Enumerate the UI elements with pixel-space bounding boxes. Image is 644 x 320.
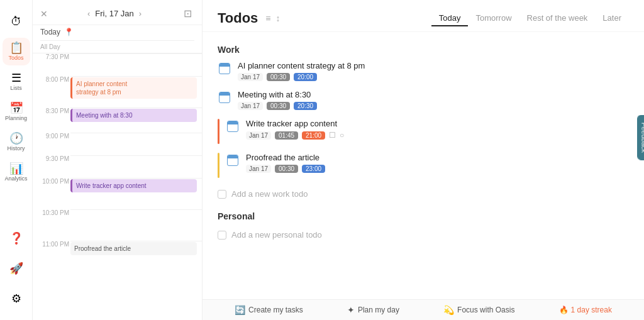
time-label: 10:30 PM [38,209,69,216]
main-footer: 🔄 Create my tasks ✦ Plan my day 💫 Focus … [203,299,644,320]
header-icons: ≡ ↕ [265,13,280,23]
todo-icon-wrap [226,153,240,167]
focus-label: Focus with Oasis [457,306,514,314]
todo-time: 21:00 [302,131,325,140]
calendar-icon [219,92,230,103]
todo-meta: Jan 17 00:30 20:00 [238,73,365,81]
lists-label: Lists [10,85,22,91]
todo-icon-wrap [226,119,240,133]
time-line [70,155,202,156]
filter-button[interactable]: ≡ [265,13,270,23]
sidebar-item-todos[interactable]: 📋 Todos [3,38,30,65]
sidebar-bottom: ❓ 🚀 ⚙ [3,224,30,312]
todo-content: Proofread the article Jan 17 00:30 23:00 [246,153,325,173]
circle-icon: ○ [340,131,344,140]
time-slot-1000pm: 10:00 PM Write tracker app content [70,178,202,209]
settings-icon: ⚙ [11,293,21,304]
sidebar-item-help[interactable]: ❓ [3,224,30,252]
add-personal-todo[interactable]: Add a new personal todo [218,228,629,242]
cal-icon-body [219,67,230,74]
todo-priority-bar [218,153,219,178]
analytics-icon: 📊 [9,163,23,174]
streak-badge[interactable]: 🔥 1 day streak [559,306,612,314]
feedback-tab[interactable]: Feedback [637,114,644,160]
cal-event-tracker[interactable]: Write tracker app content [70,179,197,192]
time-line [70,108,202,108]
todo-title: AI planner content strategy at 8 pm [238,61,365,70]
todo-item: AI planner content strategy at 8 pm Jan … [218,61,629,81]
calendar-view-toggle[interactable]: ⊡ [181,6,194,21]
calendar-next-button[interactable]: › [136,8,144,19]
cal-event-meeting[interactable]: Meeting with at 8:30 [70,109,197,122]
cal-event-ai-planner[interactable]: AI planner contentstrategy at 8 pm [70,77,197,99]
page-title: Todos [218,10,258,26]
calendar-today-button[interactable]: Today [40,28,60,36]
streak-label: 1 day streak [571,306,612,314]
todo-title: Write tracker app content [246,119,344,128]
tab-tomorrow[interactable]: Tomorrow [468,11,519,26]
todo-item: Meeting with at 8:30 Jan 17 00:30 20:30 [218,90,629,110]
calendar-icon [219,63,230,74]
history-label: History [7,145,25,152]
sidebar-item-analytics[interactable]: 📊 Analytics [3,158,30,186]
time-line [70,241,202,241]
create-tasks-button[interactable]: 🔄 Create my tasks [235,305,303,315]
cal-icon-body [228,124,238,131]
plan-day-label: Plan my day [358,306,399,314]
calendar-allday: All Day [33,41,202,53]
sidebar-item-history[interactable]: 🕐 History [3,128,30,156]
streak-icon: 🔥 [559,306,569,314]
focus-icon: 💫 [443,305,454,315]
time-line [70,178,202,179]
todo-duration: 01:45 [275,131,298,140]
main-content: Todos ≡ ↕ Today Tomorrow Rest of the wee… [203,0,644,320]
time-slot-730pm: 7:30 PM [70,53,202,76]
lists-icon: ☰ [11,72,21,84]
sort-button[interactable]: ↕ [276,13,280,23]
calendar-close-button[interactable]: ✕ [40,9,48,19]
todo-time: 20:30 [294,102,317,110]
cal-event-proofread[interactable]: Proofread the article [70,242,197,255]
todo-content: Write tracker app content Jan 17 01:45 2… [246,119,344,140]
sidebar-item-clock[interactable]: ⏱ [3,8,30,35]
todo-duration: 00:30 [267,102,290,110]
add-todo-checkbox [218,231,226,240]
todos-icon: 📋 [9,42,23,53]
sidebar-item-rocket[interactable]: 🚀 [3,255,30,282]
todo-content: Meeting with at 8:30 Jan 17 00:30 20:30 [238,90,317,110]
todo-icon-wrap [218,62,231,75]
time-line [70,76,202,77]
calendar-prev-button[interactable]: ‹ [85,8,92,19]
plan-day-button[interactable]: ✦ Plan my day [347,305,399,315]
time-line [70,209,202,210]
time-slot-1100pm: 11:00 PM Proofread the article [70,241,202,266]
tab-rest-of-week[interactable]: Rest of the week [519,11,596,26]
sidebar-item-lists[interactable]: ☰ Lists [3,68,30,96]
time-line [70,133,202,133]
todo-duration: 00:30 [267,73,290,81]
add-todo-checkbox [218,190,226,199]
todo-date: Jan 17 [238,73,263,81]
todo-meta: Jan 17 00:30 20:30 [238,102,317,110]
time-slot-900pm: 9:00 PM [70,133,202,155]
todos-label: Todos [8,55,23,61]
analytics-label: Analytics [4,175,27,182]
cal-icon-body [228,158,238,165]
focus-button[interactable]: 💫 Focus with Oasis [443,305,514,315]
sidebar-item-planning[interactable]: 📅 Planning [3,98,30,126]
cal-icon-body [219,96,230,102]
time-label: 9:30 PM [38,155,69,162]
todo-title: Meeting with at 8:30 [238,90,317,99]
sidebar-item-settings[interactable]: ⚙ [3,285,30,312]
tab-later[interactable]: Later [595,11,629,26]
tab-today[interactable]: Today [431,11,469,26]
calendar-header: ✕ ‹ Fri, 17 Jan › ⊡ [33,0,202,25]
time-label: 7:30 PM [38,53,69,60]
help-icon: ❓ [9,233,23,244]
calendar-icon [227,121,238,132]
todo-date: Jan 17 [246,131,271,140]
add-work-todo[interactable]: Add a new work todo [218,187,629,201]
time-slot-930pm: 9:30 PM [70,155,202,178]
time-line [70,53,202,54]
calendar-title: Fri, 17 Jan [95,9,133,18]
